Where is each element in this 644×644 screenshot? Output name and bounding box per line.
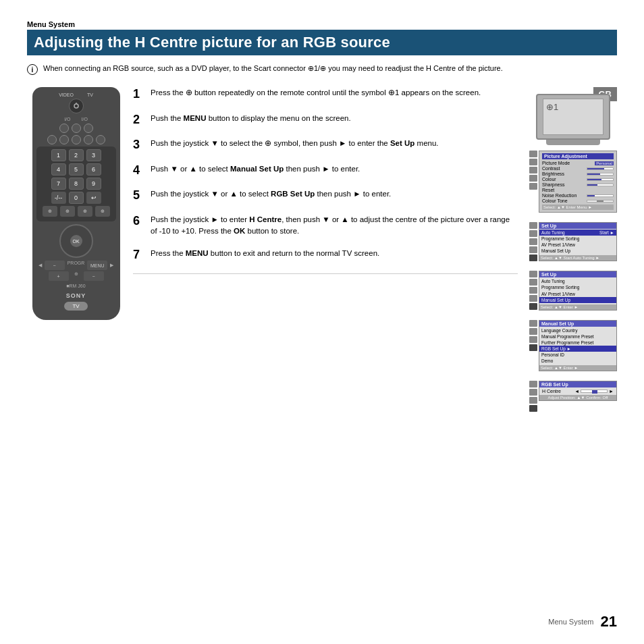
io-button-video[interactable]: I/O xyxy=(64,117,70,122)
step-5-text: Push the joystick ▼ or ▲ to select RGB S… xyxy=(151,188,518,200)
menu-row-contrast: Contrast xyxy=(542,166,614,171)
sidebar-icon-4-1 xyxy=(529,271,537,277)
tv-body-1: ⊕1 xyxy=(536,94,610,140)
info-box: i When connecting an RGB source, such as… xyxy=(27,63,617,75)
sidebar-icon-6-4 xyxy=(529,405,537,412)
func-btn-4[interactable]: ⊕ xyxy=(95,206,110,217)
step-3: 3 Push the joystick ▼ to select the ⊕ sy… xyxy=(133,138,518,153)
num-btn-1[interactable]: 1 xyxy=(51,149,66,161)
menu-row-noise: Noise Reduction xyxy=(542,193,614,198)
screen-symbol-1: ⊕1 xyxy=(546,102,558,112)
sidebar-icon-3-5 xyxy=(529,254,537,261)
setup-footer-5: Select: ▲▼ Enter ► xyxy=(539,365,616,371)
step-6-text: Push the joystick ► to enter H Centre, t… xyxy=(151,214,518,238)
menu-row-picture-mode: Picture ModePersonal xyxy=(542,161,614,165)
vol-plus[interactable]: + xyxy=(49,271,69,281)
remote-num-row-2: 4 5 6 xyxy=(39,163,113,176)
num-btn-7[interactable]: 7 xyxy=(51,178,66,190)
page: Menu System Adjusting the H Centre pictu… xyxy=(0,0,644,644)
page-number: 21 xyxy=(601,613,617,630)
io-button-tv[interactable]: I/O xyxy=(82,117,88,122)
footer-divider xyxy=(133,273,518,274)
func-btn-2[interactable]: ⊕ xyxy=(60,206,75,217)
tv-wrapper-1: ⊕1 xyxy=(529,94,617,145)
remote-small-btn-6[interactable] xyxy=(72,135,81,144)
step-3-number: 3 xyxy=(133,138,144,153)
remote-number-pad: 1 2 3 4 5 6 7 8 9 -/-- xyxy=(36,146,116,221)
sidebar-icon-5-2 xyxy=(529,328,537,335)
setup-row-manual-setup-3: Manual Set Up xyxy=(539,248,616,254)
step-5: 5 Push the joystick ▼ or ▲ to select RGB… xyxy=(133,188,518,203)
tv-label: TV xyxy=(64,302,87,311)
remote-small-btn-2[interactable] xyxy=(72,124,81,133)
remote-small-btn-7[interactable] xyxy=(84,135,93,144)
num-btn-5[interactable]: 5 xyxy=(69,163,84,176)
setup-row-auto-tuning: Auto Tuning Start ► xyxy=(539,230,616,236)
sidebar-icons-2 xyxy=(529,151,537,190)
sidebar-icon-5-4 xyxy=(529,344,537,351)
remote-control: VIDEOTV I/O I/O xyxy=(32,87,120,320)
setup-row-manual-prog: Manual Programme Preset xyxy=(539,333,616,340)
btn-return[interactable]: ↩ xyxy=(86,192,101,204)
setup-title-3: Set Up xyxy=(539,223,616,229)
volume-label: ◀ xyxy=(38,261,42,270)
num-btn-6[interactable]: 6 xyxy=(86,163,101,176)
sidebar-icon-6-2 xyxy=(529,389,537,396)
sidebar-icon-5-3 xyxy=(529,336,537,343)
num-btn-0[interactable]: 0 xyxy=(69,192,84,204)
ok-button[interactable]: OK xyxy=(70,235,82,247)
sidebar-icon-3-3 xyxy=(529,238,537,245)
volume-minus[interactable]: − xyxy=(45,261,65,270)
prog-minus[interactable]: − xyxy=(84,271,104,281)
remote-num-row-1: 1 2 3 xyxy=(39,149,113,161)
screen-step-2: Picture Adjustment Picture ModePersonal … xyxy=(529,151,617,217)
slider-thumb xyxy=(592,390,597,394)
menu-row-brightness: Brightness xyxy=(542,171,614,176)
screen-sidebar-4: Set Up Auto Tuning Programme Sorting AV … xyxy=(529,271,617,310)
tv-screen-1: ⊕1 xyxy=(543,99,603,135)
num-btn-4[interactable]: 4 xyxy=(51,163,66,176)
sidebar-icons-3 xyxy=(529,222,537,261)
sidebar-icon-4-4 xyxy=(529,295,537,302)
footer-section-label: Menu System xyxy=(548,618,593,626)
remote-small-btn-8[interactable] xyxy=(96,135,105,144)
menu-screen-2: Picture Adjustment Picture ModePersonal … xyxy=(539,151,617,213)
sidebar-icon-3-4 xyxy=(529,246,537,253)
sidebar-icon-4 xyxy=(529,175,537,182)
sidebar-icon-1 xyxy=(529,151,537,157)
menu-button[interactable]: MENU xyxy=(87,261,107,270)
num-btn-8[interactable]: 8 xyxy=(69,178,84,190)
sidebar-icon-4-3 xyxy=(529,287,537,294)
rgb-footer-6: Adjust Position: ▲▼ Confirm: Off xyxy=(539,395,616,400)
func-btn-1[interactable]: ⊕ xyxy=(43,206,57,217)
sidebar-icon-4-2 xyxy=(529,279,537,286)
screen-step-3: Set Up Auto Tuning Start ► Programme Sor… xyxy=(529,222,617,265)
remote-small-btn-4[interactable] xyxy=(47,135,57,144)
step-7-number: 7 xyxy=(133,248,144,263)
screen-sidebar-5: Manual Set Up Language Country Manual Pr… xyxy=(529,320,617,372)
setup-footer-4: Select: ▲▼ Enter ► xyxy=(539,304,616,310)
num-btn-3[interactable]: 3 xyxy=(86,149,101,161)
sidebar-icon-5-1 xyxy=(529,320,537,327)
remote-power-button[interactable] xyxy=(69,99,84,113)
setup-screen-4: Set Up Auto Tuning Programme Sorting AV … xyxy=(539,271,617,310)
rgb-title-6: RGB Set Up xyxy=(539,381,616,387)
rgb-screen-6: RGB Set Up H Centre ◄ ► Adjust Po xyxy=(539,381,617,401)
remote-container: VIDEOTV I/O I/O xyxy=(27,87,125,416)
remote-joystick[interactable]: OK xyxy=(59,224,93,258)
num-btn-9[interactable]: 9 xyxy=(86,178,101,190)
setup-row-personal: Personal ID xyxy=(539,352,616,358)
btn-minus[interactable]: -/-- xyxy=(51,192,66,204)
model-number: ■RM J60 xyxy=(36,284,116,288)
sidebar-icon-3 xyxy=(529,167,537,173)
func-btn-3[interactable]: ⊕ xyxy=(78,206,92,217)
sidebar-icon-2 xyxy=(529,159,537,165)
remote-small-btn-5[interactable] xyxy=(59,135,69,144)
remote-top-power-buttons xyxy=(36,99,116,113)
remote-small-btn-1[interactable] xyxy=(59,124,69,133)
slider-container: ◄ ► xyxy=(574,389,614,394)
tv-leg-1 xyxy=(546,140,600,145)
screen-sidebar-6: RGB Set Up H Centre ◄ ► Adjust Po xyxy=(529,381,617,412)
num-btn-2[interactable]: 2 xyxy=(69,149,84,161)
remote-small-btn-3[interactable] xyxy=(84,124,93,133)
